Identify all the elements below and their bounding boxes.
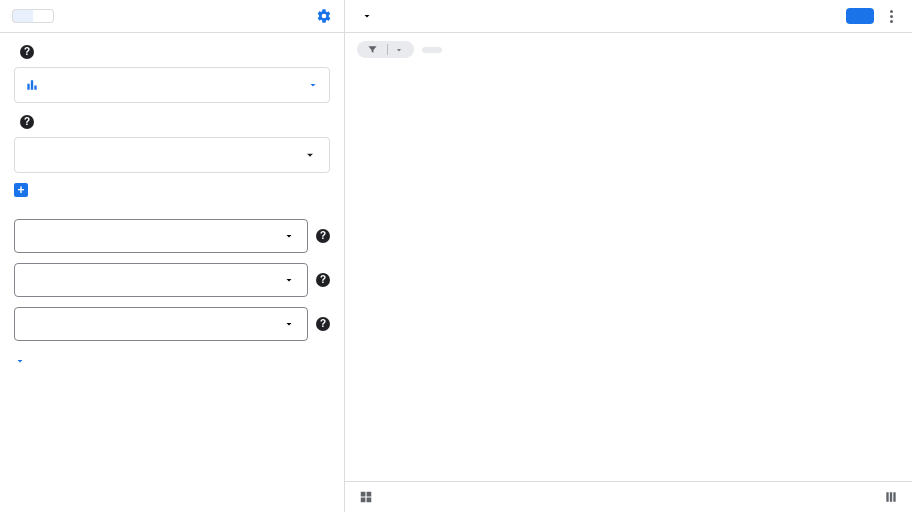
metric-selector[interactable] — [14, 67, 330, 103]
plus-icon: + — [14, 183, 28, 197]
filters-title: ? — [14, 115, 330, 129]
x-axis — [353, 326, 894, 340]
config-panel: ? ? + — [0, 0, 345, 512]
help-icon[interactable]: ? — [20, 45, 34, 59]
filter-item[interactable] — [14, 137, 330, 173]
caret-down-icon — [283, 318, 295, 330]
tab-configuration[interactable] — [12, 9, 33, 23]
chevron-down-icon — [307, 79, 319, 91]
more-menu-icon[interactable] — [882, 10, 900, 23]
caret-down-icon — [283, 230, 295, 242]
chart-area — [345, 66, 912, 481]
tab-mql[interactable] — [33, 9, 54, 23]
columns-icon — [884, 490, 898, 504]
chevron-down-icon — [303, 148, 317, 162]
filter-count-chip[interactable] — [357, 41, 414, 58]
config-tabs — [0, 0, 344, 33]
show-advanced-options[interactable] — [14, 355, 330, 367]
add-filter-button[interactable]: + — [14, 183, 330, 197]
help-icon[interactable]: ? — [316, 317, 330, 331]
help-icon[interactable]: ? — [316, 273, 330, 287]
chevron-down-icon — [14, 355, 26, 367]
legend-header — [345, 481, 912, 512]
caret-down-icon — [283, 274, 295, 286]
bar-chart-icon — [25, 78, 39, 92]
gear-icon[interactable] — [316, 8, 332, 24]
chart-panel — [345, 0, 912, 512]
filter-icon — [367, 44, 378, 55]
interval-chip[interactable] — [422, 47, 442, 53]
stacked-bar-chart — [353, 66, 894, 326]
group-by-select[interactable] — [14, 219, 308, 253]
aggregator-select[interactable] — [14, 263, 308, 297]
save-chart-button[interactable] — [846, 8, 874, 24]
caret-down-icon — [394, 45, 404, 55]
help-icon[interactable]: ? — [316, 229, 330, 243]
min-alignment-select[interactable] — [14, 307, 308, 341]
grid-icon — [359, 490, 373, 504]
chart-type-select[interactable] — [357, 10, 373, 22]
help-icon[interactable]: ? — [20, 115, 34, 129]
resource-metric-title: ? — [14, 45, 330, 59]
caret-down-icon — [361, 10, 373, 22]
